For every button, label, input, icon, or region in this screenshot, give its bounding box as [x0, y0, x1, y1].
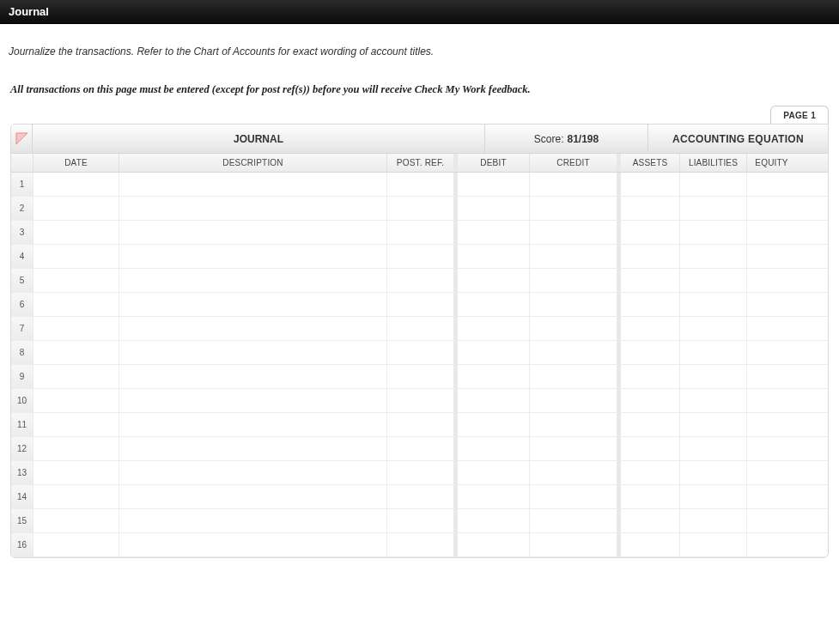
description-cell[interactable]	[119, 533, 386, 556]
description-cell[interactable]	[119, 317, 386, 340]
description-cell-input[interactable]	[119, 437, 386, 460]
credit-cell[interactable]	[529, 293, 617, 316]
equity-cell[interactable]	[746, 341, 796, 364]
postref-cell-input[interactable]	[387, 533, 453, 556]
debit-cell-input[interactable]	[458, 269, 529, 292]
credit-cell-input[interactable]	[530, 173, 617, 196]
debit-cell-input[interactable]	[458, 461, 529, 484]
equity-cell-input[interactable]	[747, 173, 796, 196]
date-cell[interactable]	[33, 341, 119, 364]
equity-cell-input[interactable]	[747, 461, 796, 484]
debit-cell-input[interactable]	[458, 221, 529, 244]
credit-cell[interactable]	[529, 365, 617, 388]
debit-cell[interactable]	[453, 365, 529, 388]
postref-cell-input[interactable]	[387, 437, 453, 460]
debit-cell-input[interactable]	[458, 197, 529, 220]
postref-cell-input[interactable]	[387, 245, 453, 268]
debit-cell-input[interactable]	[458, 437, 529, 460]
description-cell[interactable]	[119, 485, 386, 508]
equity-cell[interactable]	[746, 269, 796, 292]
postref-cell[interactable]	[386, 365, 453, 388]
date-cell-input[interactable]	[33, 221, 119, 244]
description-cell-input[interactable]	[119, 365, 386, 388]
description-cell-input[interactable]	[119, 245, 386, 268]
liabilities-cell-input[interactable]	[680, 269, 746, 292]
credit-cell-input[interactable]	[530, 269, 617, 292]
assets-cell-input[interactable]	[621, 197, 679, 220]
equity-cell[interactable]	[746, 221, 796, 244]
description-cell[interactable]	[119, 221, 386, 244]
postref-cell-input[interactable]	[387, 341, 453, 364]
postref-cell[interactable]	[386, 221, 453, 244]
assets-cell[interactable]	[617, 341, 679, 364]
equity-cell[interactable]	[746, 413, 796, 436]
debit-cell[interactable]	[453, 221, 529, 244]
equity-cell-input[interactable]	[747, 269, 796, 292]
assets-cell-input[interactable]	[621, 509, 679, 532]
assets-cell-input[interactable]	[621, 413, 679, 436]
postref-cell-input[interactable]	[387, 293, 453, 316]
debit-cell[interactable]	[453, 293, 529, 316]
credit-cell-input[interactable]	[530, 197, 617, 220]
equity-cell-input[interactable]	[747, 533, 796, 556]
date-cell[interactable]	[33, 509, 119, 532]
assets-cell[interactable]	[617, 461, 679, 484]
page-tab[interactable]: PAGE 1	[770, 106, 829, 124]
debit-cell[interactable]	[453, 461, 529, 484]
liabilities-cell-input[interactable]	[680, 341, 746, 364]
credit-cell[interactable]	[529, 509, 617, 532]
debit-cell[interactable]	[453, 437, 529, 460]
description-cell[interactable]	[119, 293, 386, 316]
equity-cell-input[interactable]	[747, 365, 796, 388]
description-cell-input[interactable]	[119, 461, 386, 484]
credit-cell-input[interactable]	[530, 341, 617, 364]
postref-cell[interactable]	[386, 485, 453, 508]
credit-cell[interactable]	[529, 197, 617, 220]
assets-cell-input[interactable]	[621, 269, 679, 292]
debit-cell-input[interactable]	[458, 413, 529, 436]
equity-cell-input[interactable]	[747, 485, 796, 508]
description-cell[interactable]	[119, 365, 386, 388]
liabilities-cell[interactable]	[679, 365, 746, 388]
date-cell-input[interactable]	[33, 389, 119, 412]
description-cell-input[interactable]	[119, 485, 386, 508]
assets-cell[interactable]	[617, 533, 679, 556]
equity-cell-input[interactable]	[747, 293, 796, 316]
equity-cell[interactable]	[746, 173, 796, 196]
description-cell-input[interactable]	[119, 293, 386, 316]
date-cell-input[interactable]	[33, 413, 119, 436]
credit-cell[interactable]	[529, 461, 617, 484]
credit-cell[interactable]	[529, 317, 617, 340]
debit-cell[interactable]	[453, 389, 529, 412]
credit-cell[interactable]	[529, 533, 617, 556]
date-cell[interactable]	[33, 461, 119, 484]
equity-cell-input[interactable]	[747, 437, 796, 460]
liabilities-cell[interactable]	[679, 485, 746, 508]
credit-cell-input[interactable]	[530, 413, 617, 436]
assets-cell[interactable]	[617, 317, 679, 340]
postref-cell[interactable]	[386, 533, 453, 556]
equity-cell[interactable]	[746, 461, 796, 484]
liabilities-cell-input[interactable]	[680, 389, 746, 412]
description-cell-input[interactable]	[119, 197, 386, 220]
description-cell-input[interactable]	[119, 221, 386, 244]
liabilities-cell-input[interactable]	[680, 245, 746, 268]
postref-cell-input[interactable]	[387, 317, 453, 340]
description-cell-input[interactable]	[119, 173, 386, 196]
credit-cell-input[interactable]	[530, 509, 617, 532]
credit-cell-input[interactable]	[530, 221, 617, 244]
credit-cell[interactable]	[529, 245, 617, 268]
liabilities-cell[interactable]	[679, 245, 746, 268]
equity-cell-input[interactable]	[747, 413, 796, 436]
postref-cell[interactable]	[386, 245, 453, 268]
debit-cell-input[interactable]	[458, 509, 529, 532]
description-cell[interactable]	[119, 437, 386, 460]
assets-cell[interactable]	[617, 437, 679, 460]
date-cell-input[interactable]	[33, 173, 119, 196]
equity-cell[interactable]	[746, 293, 796, 316]
liabilities-cell-input[interactable]	[680, 317, 746, 340]
debit-cell-input[interactable]	[458, 245, 529, 268]
postref-cell[interactable]	[386, 341, 453, 364]
postref-cell[interactable]	[386, 317, 453, 340]
equity-cell-input[interactable]	[747, 341, 796, 364]
